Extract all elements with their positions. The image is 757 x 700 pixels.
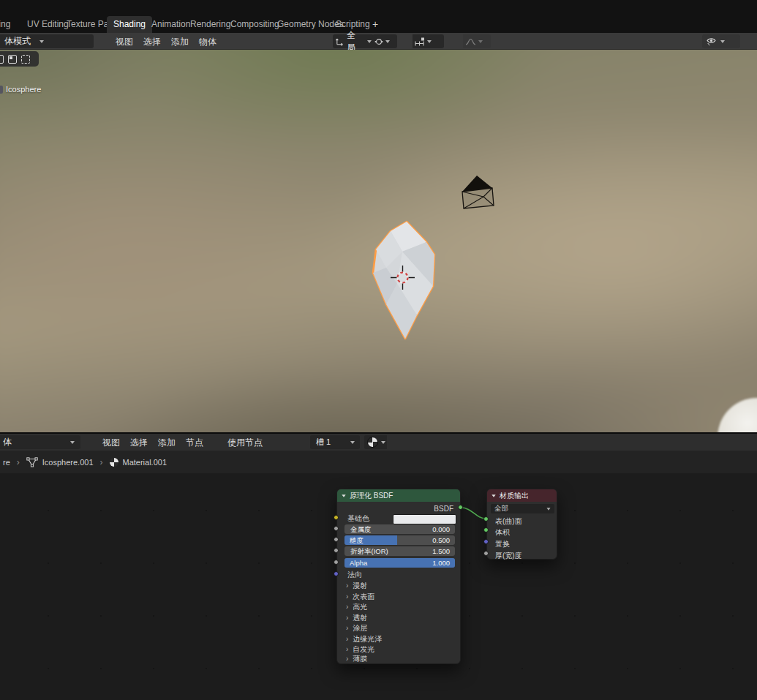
socket-ior[interactable] <box>334 548 339 553</box>
expand-icon: › <box>346 582 348 590</box>
mode-dropdown[interactable]: 体模式 <box>0 34 94 48</box>
material-sphere-icon <box>367 437 378 448</box>
section-diffuse[interactable]: ›漫射 <box>346 581 367 590</box>
proportional-falloff-dropdown[interactable] <box>463 34 491 48</box>
section-specular[interactable]: ›高光 <box>346 602 367 611</box>
falloff-curve-icon <box>465 37 476 46</box>
breadcrumb-scene: re <box>3 458 10 467</box>
collapse-icon[interactable] <box>342 494 345 497</box>
chevron-down-icon <box>39 40 44 43</box>
orientation-global-icon <box>335 37 344 46</box>
object-type-icon <box>0 86 3 94</box>
browse-material-dropdown[interactable] <box>364 435 387 449</box>
camera-object[interactable] <box>452 169 505 214</box>
metallic-slider[interactable]: 金属度 0.000 <box>344 524 455 534</box>
slot-label: 槽 1 <box>316 437 331 448</box>
section-subsurface[interactable]: ›次表面 <box>346 592 374 601</box>
socket-volume[interactable] <box>483 527 489 532</box>
input-thickness-label: 厚(宽)度 <box>495 551 522 560</box>
chevron-down-icon <box>427 40 432 43</box>
alpha-label: Alpha <box>350 558 367 568</box>
expand-icon: › <box>346 635 348 643</box>
socket-base-color[interactable] <box>334 515 339 520</box>
snap-target-dropdown[interactable] <box>413 34 444 48</box>
select-box-icon[interactable] <box>8 55 17 64</box>
menu-view[interactable]: 视图 <box>116 36 133 48</box>
select-tweak-icon[interactable] <box>0 55 4 64</box>
metallic-label: 金属度 <box>350 524 372 534</box>
node-header[interactable]: 材质输出 <box>487 489 557 502</box>
mesh-data-icon <box>26 457 38 467</box>
chevron-down-icon <box>720 40 725 43</box>
chevron-down-icon <box>367 40 372 43</box>
shader-type-label: 体 <box>3 436 12 448</box>
add-workspace-button[interactable]: + <box>366 16 385 33</box>
show-object-types-dropdown[interactable] <box>702 34 740 48</box>
chevron-down-icon <box>478 40 483 43</box>
select-tool-strip <box>0 51 39 67</box>
section-sheen[interactable]: ›边缘光泽 <box>346 634 382 644</box>
output-target-dropdown[interactable]: 全部 <box>491 504 554 513</box>
socket-alpha[interactable] <box>334 560 339 565</box>
input-volume-label: 体积 <box>495 527 510 537</box>
node-editor-canvas[interactable]: re › Icosphere.001 › Material.001 原理化 BS… <box>0 451 757 700</box>
base-color-swatch[interactable] <box>393 514 456 524</box>
topbar: ting UV Editing Texture Paint Shading An… <box>0 0 757 33</box>
material-sphere-icon <box>110 458 118 467</box>
socket-displacement[interactable] <box>483 539 489 544</box>
chevron-right-icon: › <box>17 457 20 467</box>
mode-label: 体模式 <box>4 35 31 48</box>
node-principled-bsdf[interactable]: 原理化 BSDF BSDF 基础色 金属度 0.000 糙度 0.500 折射率… <box>336 489 461 664</box>
menu-select[interactable]: 选择 <box>143 36 161 48</box>
roughness-label: 糙度 <box>350 535 364 545</box>
socket-thickness[interactable] <box>483 551 489 556</box>
shader-editor-header: 体 视图 选择 添加 节点 ✓ 使用节点 槽 1 Material.001 × <box>0 434 757 451</box>
socket-bsdf-output[interactable] <box>458 505 463 510</box>
section-transmission[interactable]: ›透射 <box>346 613 367 622</box>
section-thin-film[interactable]: ›薄膜 <box>346 654 367 663</box>
socket-metallic[interactable] <box>334 526 339 531</box>
roughness-slider[interactable]: 糙度 0.500 <box>344 535 455 545</box>
menu-view[interactable]: 视图 <box>102 437 120 448</box>
breadcrumb-material[interactable]: Material.001 <box>123 458 167 467</box>
collapse-icon[interactable] <box>492 494 495 497</box>
section-coat[interactable]: ›涂层 <box>346 623 367 633</box>
viewport-3d[interactable]: Icosphere <box>0 50 757 432</box>
select-lasso-icon[interactable] <box>21 55 30 64</box>
socket-surface[interactable] <box>483 516 489 522</box>
section-emission[interactable]: ›自发光 <box>346 644 374 654</box>
transform-orientation-dropdown[interactable]: 全局 <box>333 34 374 48</box>
alpha-value: 1.000 <box>432 558 450 568</box>
chevron-down-icon <box>546 508 550 510</box>
expand-icon: › <box>346 592 348 601</box>
shader-type-dropdown[interactable]: 体 <box>0 435 80 449</box>
node-title: 材质输出 <box>500 491 529 501</box>
snap-increment-icon <box>415 37 425 46</box>
eye-cursor-icon <box>705 37 718 47</box>
expand-icon: › <box>346 624 348 632</box>
viewport-header: 体模式 视图 选择 添加 物体 全局 <box>0 33 757 50</box>
expand-icon: › <box>346 614 348 622</box>
node-header[interactable]: 原理化 BSDF <box>337 489 460 502</box>
socket-normal[interactable] <box>334 571 339 576</box>
cursor-3d-icon <box>391 266 415 290</box>
node-material-output[interactable]: 材质输出 全部 表(曲)面 体积 置换 厚(宽)度 <box>486 489 557 560</box>
pivot-point-dropdown[interactable] <box>372 34 397 48</box>
menu-add[interactable]: 添加 <box>171 36 189 48</box>
alpha-slider[interactable]: Alpha 1.000 <box>344 558 455 568</box>
node-title: 原理化 BSDF <box>350 491 393 501</box>
menu-select[interactable]: 选择 <box>130 437 148 448</box>
input-displacement-label: 置换 <box>495 539 510 549</box>
pivot-icon <box>374 37 383 46</box>
breadcrumb: re › Icosphere.001 › Material.001 <box>0 451 757 473</box>
menu-add[interactable]: 添加 <box>158 437 176 448</box>
chevron-down-icon <box>350 441 355 444</box>
menu-object[interactable]: 物体 <box>199 36 216 48</box>
roughness-value: 0.500 <box>432 535 450 545</box>
workspace-tab-sculpting[interactable]: ting <box>0 16 17 33</box>
socket-roughness[interactable] <box>334 537 339 542</box>
ior-slider[interactable]: 折射率(IOR) 1.500 <box>344 546 455 556</box>
menu-node[interactable]: 节点 <box>186 437 203 448</box>
material-slot-dropdown[interactable]: 槽 1 <box>310 435 360 449</box>
breadcrumb-object[interactable]: Icosphere.001 <box>42 458 94 467</box>
